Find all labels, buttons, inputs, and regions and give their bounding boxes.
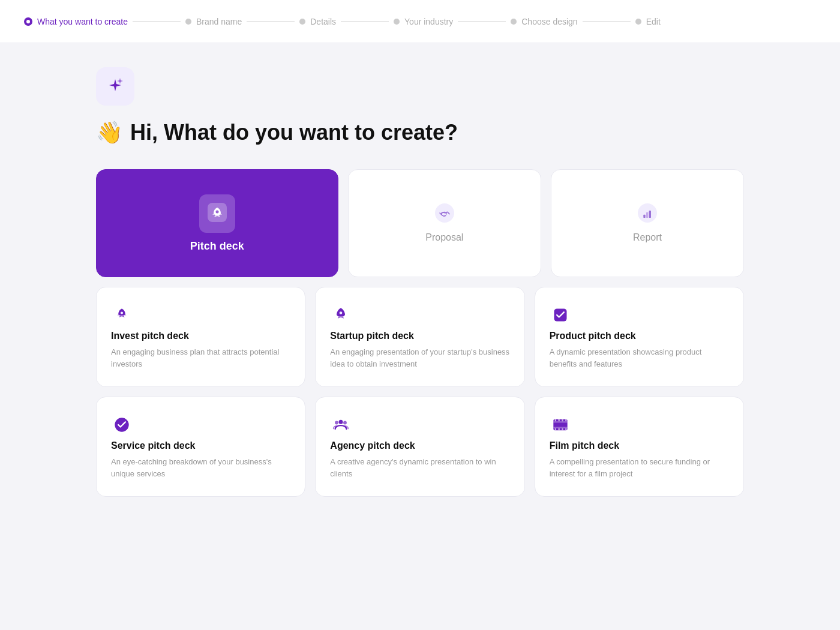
agency-pitch-deck-title: Agency pitch deck	[330, 440, 415, 451]
card-startup-pitch-deck[interactable]: Startup pitch deck An engaging presentat…	[315, 287, 524, 387]
step-dot-what	[24, 17, 32, 26]
svg-point-14	[343, 421, 347, 425]
checkmark-circle-icon	[113, 416, 130, 433]
step-label-brand: Brand name	[196, 17, 242, 26]
service-pitch-deck-desc: An eye-catching breakdown of your busine…	[111, 456, 290, 479]
product-pitch-deck-icon	[550, 304, 571, 326]
card-invest-pitch-deck[interactable]: Invest pitch deck An engaging business p…	[96, 287, 305, 387]
svg-rect-6	[646, 212, 648, 218]
step-industry[interactable]: Your industry	[394, 17, 453, 26]
svg-point-8	[121, 311, 123, 314]
step-line-4	[458, 21, 506, 22]
svg-rect-20	[562, 419, 563, 422]
card-pitch-deck[interactable]: Pitch deck	[96, 169, 338, 277]
film-pitch-deck-icon	[550, 414, 571, 436]
step-dot-details	[299, 19, 305, 25]
svg-point-9	[340, 311, 343, 314]
sub-cards-row2: Service pitch deck An eye-catching break…	[96, 397, 744, 497]
agency-pitch-deck-icon	[330, 414, 352, 436]
sub-cards-row1: Invest pitch deck An engaging business p…	[96, 287, 744, 387]
main-content: 👋 Hi, What do you want to create? Pitch …	[0, 43, 840, 530]
product-pitch-deck-desc: A dynamic presentation showcasing produc…	[550, 346, 729, 370]
step-label-edit: Edit	[646, 17, 661, 26]
svg-rect-21	[565, 419, 566, 422]
film-icon	[552, 416, 569, 433]
step-dot-brand	[185, 19, 191, 25]
svg-point-12	[339, 420, 343, 424]
svg-rect-17	[553, 427, 567, 428]
startup-pitch-deck-title: Startup pitch deck	[330, 331, 414, 341]
step-line-1	[133, 21, 181, 22]
film-pitch-deck-desc: A compelling presentation to secure fund…	[550, 456, 729, 479]
agency-pitch-deck-desc: A creative agency's dynamic presentation…	[330, 456, 509, 479]
svg-rect-16	[553, 421, 567, 422]
product-pitch-deck-title: Product pitch deck	[550, 331, 636, 341]
step-line-3	[341, 21, 389, 22]
step-label-industry: Your industry	[404, 17, 453, 26]
step-dot-edit	[635, 19, 641, 25]
svg-rect-18	[554, 419, 556, 422]
step-edit[interactable]: Edit	[635, 17, 661, 26]
step-dot-industry	[394, 19, 400, 25]
rocket-small-icon	[113, 307, 130, 323]
film-pitch-deck-title: Film pitch deck	[550, 440, 619, 451]
svg-rect-22	[554, 428, 556, 431]
svg-rect-19	[558, 419, 559, 422]
chart-icon	[638, 203, 657, 223]
step-design[interactable]: Choose design	[511, 17, 577, 26]
invest-pitch-deck-icon	[111, 304, 133, 326]
pitch-deck-label: Pitch deck	[190, 240, 244, 253]
step-details[interactable]: Details	[299, 17, 336, 26]
card-product-pitch-deck[interactable]: Product pitch deck A dynamic presentatio…	[535, 287, 744, 387]
app-logo-icon	[96, 67, 134, 106]
proposal-icon	[435, 203, 454, 225]
card-report[interactable]: Report	[551, 169, 744, 277]
handshake-icon	[435, 203, 454, 223]
page-heading: 👋 Hi, What do you want to create?	[96, 120, 744, 145]
svg-rect-7	[649, 211, 651, 218]
card-proposal[interactable]: Proposal	[348, 169, 541, 277]
startup-pitch-deck-icon	[330, 304, 352, 326]
invest-pitch-deck-title: Invest pitch deck	[111, 331, 189, 341]
invest-pitch-deck-desc: An engaging business plan that attracts …	[111, 346, 290, 370]
startup-pitch-deck-desc: An engaging presentation of your startup…	[330, 346, 509, 370]
step-label-what: What you want to create	[37, 17, 128, 26]
svg-rect-25	[565, 428, 566, 431]
report-icon	[638, 203, 657, 225]
step-what[interactable]: What you want to create	[24, 17, 128, 26]
svg-rect-23	[558, 428, 559, 431]
heading-text: Hi, What do you want to create?	[130, 120, 458, 145]
rocket-icon	[208, 203, 227, 222]
step-line-2	[247, 21, 295, 22]
group-icon	[332, 416, 349, 433]
svg-point-1	[215, 210, 218, 213]
card-film-pitch-deck[interactable]: Film pitch deck A compelling presentatio…	[535, 397, 744, 497]
service-pitch-deck-title: Service pitch deck	[111, 440, 196, 451]
svg-point-13	[335, 421, 338, 425]
stepper: What you want to create Brand name Detai…	[0, 0, 840, 43]
proposal-label: Proposal	[425, 232, 463, 243]
checkmark-square-icon	[552, 307, 569, 323]
report-label: Report	[633, 232, 662, 243]
card-agency-pitch-deck[interactable]: Agency pitch deck A creative agency's dy…	[315, 397, 524, 497]
card-service-pitch-deck[interactable]: Service pitch deck An eye-catching break…	[96, 397, 305, 497]
sparkles-icon	[104, 76, 126, 97]
step-line-5	[583, 21, 631, 22]
step-label-design: Choose design	[521, 17, 577, 26]
svg-rect-5	[643, 215, 645, 218]
svg-rect-24	[562, 428, 563, 431]
top-cards-row: Pitch deck Proposal	[96, 169, 744, 277]
step-dot-design	[511, 19, 517, 25]
pitch-deck-icon-bg	[199, 194, 235, 233]
step-brand[interactable]: Brand name	[185, 17, 242, 26]
step-label-details: Details	[310, 17, 336, 26]
service-pitch-deck-icon	[111, 414, 133, 436]
startup-rocket-icon	[332, 307, 349, 323]
heading-emoji: 👋	[96, 120, 123, 145]
